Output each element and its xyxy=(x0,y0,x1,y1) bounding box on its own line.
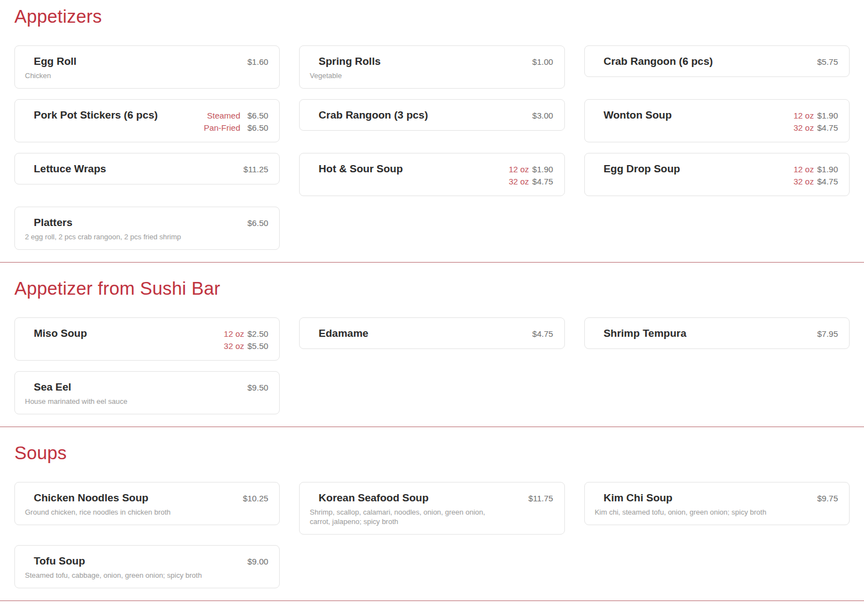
menu-item-card-platters[interactable]: Platters 2 egg roll, 2 pcs crab rangoon,… xyxy=(14,207,280,250)
price-option-label: Pan-Fried xyxy=(204,122,240,134)
item-description: Vegetable xyxy=(310,71,503,80)
menu-item-grid: Chicken Noodles Soup Ground chicken, ric… xyxy=(14,482,850,588)
item-name: Miso Soup xyxy=(34,327,216,340)
price-line: $9.75 xyxy=(817,492,838,505)
item-info: Chicken Noodles Soup Ground chicken, ric… xyxy=(25,491,243,517)
menu-item-card-edamame[interactable]: Edamame $4.75 xyxy=(299,317,564,349)
item-description: Chicken xyxy=(25,71,219,80)
price-amount: $3.00 xyxy=(532,110,553,122)
menu-item-card-korean-seafood-soup[interactable]: Korean Seafood Soup Shrimp, scallop, cal… xyxy=(299,482,564,535)
price-option-label: Steamed xyxy=(207,110,240,122)
menu-item-card-crab-rangoon-6-pcs[interactable]: Crab Rangoon (6 pcs) $5.75 xyxy=(584,45,850,77)
price-line: 12 oz $1.90 xyxy=(794,110,838,122)
price-amount: $1.90 xyxy=(817,163,838,176)
price-line: $4.75 xyxy=(532,328,553,340)
price-amount: $1.90 xyxy=(817,110,838,122)
menu-item-card-crab-rangoon-3-pcs[interactable]: Crab Rangoon (3 pcs) $3.00 xyxy=(299,99,564,131)
price-line: $1.60 xyxy=(248,56,269,68)
item-prices: $7.95 xyxy=(817,327,838,340)
section-title: Appetizer from Sushi Bar xyxy=(14,279,850,297)
price-amount: $4.75 xyxy=(532,176,553,188)
price-line: 12 oz $1.90 xyxy=(794,163,838,176)
item-info: Egg Roll Chicken xyxy=(25,55,248,80)
item-name: Egg Roll xyxy=(34,55,240,68)
item-prices: $9.50 xyxy=(248,381,269,394)
item-info: Crab Rangoon (6 pcs) xyxy=(595,55,817,68)
price-amount: $4.75 xyxy=(532,328,553,340)
item-prices: $10.25 xyxy=(243,491,268,505)
price-amount: $4.75 xyxy=(817,122,838,134)
item-prices: $5.75 xyxy=(817,55,838,68)
price-option-label: 32 oz xyxy=(508,176,529,188)
item-name: Egg Drop Soup xyxy=(604,162,786,176)
price-amount: $5.75 xyxy=(817,56,838,68)
price-option-label: 12 oz xyxy=(794,163,814,176)
item-name: Wonton Soup xyxy=(604,109,786,122)
menu-item-card-kim-chi-soup[interactable]: Kim Chi Soup Kim chi, steamed tofu, onio… xyxy=(584,482,850,525)
menu-item-card-sea-eel[interactable]: Sea Eel House marinated with eel sauce $… xyxy=(14,371,280,414)
menu-item-card-wonton-soup[interactable]: Wonton Soup 12 oz $1.90 32 oz $4.75 xyxy=(584,99,850,142)
price-amount: $10.25 xyxy=(243,492,268,505)
menu-page: Appetizers Egg Roll Chicken $1.60 Spring… xyxy=(0,7,864,616)
item-description: Ground chicken, rice noodles in chicken … xyxy=(25,507,219,517)
price-line: $9.00 xyxy=(248,556,269,568)
section-divider xyxy=(0,262,864,263)
price-amount: $1.90 xyxy=(532,163,553,176)
menu-item-card-hot-sour-soup[interactable]: Hot & Sour Soup 12 oz $1.90 32 oz $4.75 xyxy=(299,153,564,196)
price-amount: $2.50 xyxy=(248,328,269,340)
price-amount: $6.50 xyxy=(248,122,269,134)
menu-section-appetizers: Appetizers Egg Roll Chicken $1.60 Spring… xyxy=(14,7,850,250)
price-line: $10.25 xyxy=(243,492,268,505)
item-prices: $1.00 xyxy=(532,55,553,68)
item-description: Shrimp, scallop, calamari, noodles, onio… xyxy=(310,507,503,526)
menu-item-card-pork-pot-stickers-6-pcs[interactable]: Pork Pot Stickers (6 pcs) Steamed $6.50 … xyxy=(14,99,280,142)
item-info: Edamame xyxy=(310,327,532,340)
menu-item-card-chicken-noodles-soup[interactable]: Chicken Noodles Soup Ground chicken, ric… xyxy=(14,482,280,525)
price-amount: $4.75 xyxy=(817,176,838,188)
section-divider xyxy=(0,600,864,601)
item-info: Lettuce Wraps xyxy=(25,162,244,176)
price-amount: $1.00 xyxy=(532,56,553,68)
price-amount: $9.50 xyxy=(248,382,269,394)
item-name: Tofu Soup xyxy=(34,555,240,568)
item-description: Steamed tofu, cabbage, onion, green onio… xyxy=(25,571,219,580)
menu-item-card-shrimp-tempura[interactable]: Shrimp Tempura $7.95 xyxy=(584,317,850,349)
menu-item-card-egg-drop-soup[interactable]: Egg Drop Soup 12 oz $1.90 32 oz $4.75 xyxy=(584,153,850,196)
item-info: Sea Eel House marinated with eel sauce xyxy=(25,381,248,406)
item-prices: 12 oz $1.90 32 oz $4.75 xyxy=(794,162,838,188)
price-amount: $7.95 xyxy=(817,328,838,340)
item-info: Tofu Soup Steamed tofu, cabbage, onion, … xyxy=(25,555,248,580)
price-line: $3.00 xyxy=(532,110,553,122)
price-amount: $11.75 xyxy=(528,492,553,505)
price-line: 12 oz $2.50 xyxy=(224,328,268,340)
menu-item-card-miso-soup[interactable]: Miso Soup 12 oz $2.50 32 oz $5.50 xyxy=(14,317,280,361)
item-name: Chicken Noodles Soup xyxy=(34,491,235,505)
menu-item-grid: Miso Soup 12 oz $2.50 32 oz $5.50 Edamam… xyxy=(14,317,850,414)
item-prices: $1.60 xyxy=(248,55,269,68)
item-prices: 12 oz $1.90 32 oz $4.75 xyxy=(508,162,553,188)
item-name: Pork Pot Stickers (6 pcs) xyxy=(34,109,196,122)
item-prices: $9.75 xyxy=(817,491,838,505)
item-prices: 12 oz $1.90 32 oz $4.75 xyxy=(794,109,838,134)
price-line: Pan-Fried $6.50 xyxy=(204,122,268,134)
price-line: $9.50 xyxy=(248,382,269,394)
menu-item-card-egg-roll[interactable]: Egg Roll Chicken $1.60 xyxy=(14,45,280,89)
item-info: Kim Chi Soup Kim chi, steamed tofu, onio… xyxy=(595,491,817,517)
item-info: Spring Rolls Vegetable xyxy=(310,55,532,80)
price-line: Steamed $6.50 xyxy=(204,110,268,122)
item-prices: $11.75 xyxy=(528,491,553,505)
price-option-label: 32 oz xyxy=(794,176,814,188)
price-line: $6.50 xyxy=(248,217,269,229)
item-name: Shrimp Tempura xyxy=(604,327,810,340)
item-info: Platters 2 egg roll, 2 pcs crab rangoon,… xyxy=(25,216,248,242)
menu-item-card-lettuce-wraps[interactable]: Lettuce Wraps $11.25 xyxy=(14,153,280,184)
item-info: Miso Soup xyxy=(25,327,224,340)
item-info: Hot & Sour Soup xyxy=(310,162,508,176)
item-name: Crab Rangoon (6 pcs) xyxy=(604,55,810,68)
item-prices: Steamed $6.50 Pan-Fried $6.50 xyxy=(204,109,268,134)
menu-item-card-tofu-soup[interactable]: Tofu Soup Steamed tofu, cabbage, onion, … xyxy=(14,545,280,588)
menu-item-card-spring-rolls[interactable]: Spring Rolls Vegetable $1.00 xyxy=(299,45,564,89)
price-option-label: 12 oz xyxy=(224,328,244,340)
price-line: $11.75 xyxy=(528,492,553,505)
item-prices: $6.50 xyxy=(248,216,269,229)
